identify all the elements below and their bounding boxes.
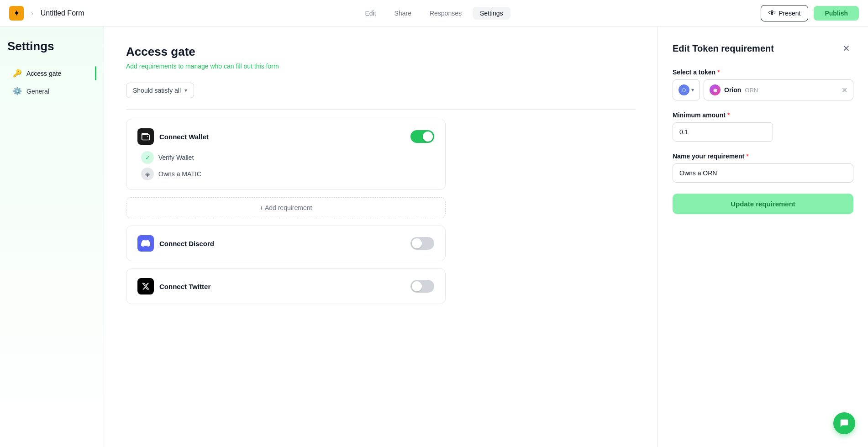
add-requirement-button[interactable]: + Add requirement <box>126 197 446 218</box>
page-title: Access gate <box>126 45 636 59</box>
add-requirement-label: + Add requirement <box>260 204 312 211</box>
required-star-amount: * <box>727 111 730 119</box>
owns-matic-label: Owns a MATIC <box>158 170 201 178</box>
connect-twitter-toggle[interactable] <box>410 280 434 293</box>
sidebar-item-access-gate-label: Access gate <box>26 70 61 77</box>
satisfy-dropdown[interactable]: Should satisfy all ▾ <box>126 83 194 98</box>
twitter-icon <box>137 278 154 294</box>
toggle-knob-twitter <box>412 281 422 291</box>
token-name: Orion <box>724 86 741 94</box>
toggle-knob <box>423 131 433 142</box>
connect-discord-label: Connect Discord <box>159 240 214 247</box>
connect-wallet-left: Connect Wallet <box>137 128 209 145</box>
token-clear-button[interactable]: ✕ <box>842 86 847 95</box>
tab-share[interactable]: Share <box>387 7 419 20</box>
connect-wallet-label: Connect Wallet <box>159 133 209 141</box>
token-selected[interactable]: ◉ Orion ORN ✕ <box>704 79 853 100</box>
chevron-down-icon: ▾ <box>184 87 187 94</box>
minimum-amount-label: Minimum amount * <box>673 111 853 119</box>
token-symbol: ORN <box>745 87 758 94</box>
connect-wallet-toggle[interactable] <box>410 130 434 143</box>
section-divider <box>126 109 636 110</box>
select-token-section: Select a token * ⬡ ▾ ◉ Orion ORN ✕ <box>673 68 853 100</box>
name-requirement-label: Name your requirement * <box>673 153 853 160</box>
discord-icon <box>137 235 154 252</box>
main-layout: Settings 🔑 Access gate ⚙️ General Access… <box>0 26 868 447</box>
connect-discord-section: Connect Discord <box>126 226 446 261</box>
panel-title: Edit Token requirement <box>673 43 774 54</box>
required-star: * <box>717 68 720 76</box>
connect-twitter-label: Connect Twitter <box>159 283 210 290</box>
connect-discord-toggle[interactable] <box>410 237 434 250</box>
connect-discord-left: Connect Discord <box>137 235 214 252</box>
owns-matic-item: ◈ Owns a MATIC <box>141 168 434 180</box>
eye-icon: 👁 <box>768 9 776 17</box>
tab-edit[interactable]: Edit <box>358 7 383 20</box>
present-button[interactable]: 👁 Present <box>761 5 808 21</box>
panel-header: Edit Token requirement ✕ <box>673 41 853 56</box>
satisfy-label: Should satisfy all <box>133 87 181 94</box>
topnav-actions: 👁 Present Publish <box>761 5 859 21</box>
matic-coin-icon: ◈ <box>141 168 154 180</box>
toggle-knob-discord <box>412 238 422 248</box>
minimum-amount-input[interactable] <box>673 123 773 141</box>
connect-twitter-section: Connect Twitter <box>126 268 446 304</box>
name-requirement-input[interactable] <box>673 163 853 183</box>
tab-settings[interactable]: Settings <box>473 7 510 20</box>
chevron-down-chain: ▾ <box>691 87 694 93</box>
select-token-label: Select a token * <box>673 68 853 76</box>
eth-logo: ⬡ <box>679 84 689 95</box>
breadcrumb-chevron: › <box>31 10 33 17</box>
connect-twitter-left: Connect Twitter <box>137 278 210 294</box>
sidebar: Settings 🔑 Access gate ⚙️ General <box>0 26 104 447</box>
sidebar-item-general-label: General <box>26 88 49 95</box>
gear-icon: ⚙️ <box>13 87 22 95</box>
sidebar-title: Settings <box>7 39 96 53</box>
key-icon: 🔑 <box>13 69 22 78</box>
wallet-sub-items: ✓ Verify Wallet ◈ Owns a MATIC <box>137 151 434 180</box>
sidebar-item-general[interactable]: ⚙️ General <box>7 82 96 100</box>
connect-discord-row: Connect Discord <box>137 235 434 252</box>
svg-rect-0 <box>142 135 150 140</box>
connect-wallet-row: Connect Wallet <box>137 128 434 145</box>
token-selector-row: ⬡ ▾ ◉ Orion ORN ✕ <box>673 79 853 100</box>
close-button[interactable]: ✕ <box>839 41 853 56</box>
sidebar-item-access-gate[interactable]: 🔑 Access gate <box>7 64 96 82</box>
wallet-icon <box>137 128 154 145</box>
verify-wallet-label: Verify Wallet <box>158 154 194 161</box>
page-subtitle: Add requirements to manage who can fill … <box>126 63 636 70</box>
orion-logo: ◉ <box>710 84 721 95</box>
check-icon: ✓ <box>141 151 154 164</box>
name-requirement-section: Name your requirement * <box>673 153 853 183</box>
right-panel: Edit Token requirement ✕ Select a token … <box>658 26 868 447</box>
form-title: Untitled Form <box>41 9 84 17</box>
connect-twitter-row: Connect Twitter <box>137 278 434 294</box>
nav-tabs: Edit Share Responses Settings <box>358 7 510 20</box>
app-logo: ✦ <box>9 6 24 21</box>
topnav: ✦ › Untitled Form Edit Share Responses S… <box>0 0 868 26</box>
content-area: Access gate Add requirements to manage w… <box>104 26 658 447</box>
update-requirement-button[interactable]: Update requirement <box>673 194 853 214</box>
required-star-name: * <box>746 153 748 160</box>
chat-fab-button[interactable] <box>833 412 855 434</box>
tab-responses[interactable]: Responses <box>422 7 469 20</box>
verify-wallet-item: ✓ Verify Wallet <box>141 151 434 164</box>
chain-select[interactable]: ⬡ ▾ <box>673 79 700 100</box>
publish-button[interactable]: Publish <box>814 6 859 21</box>
present-label: Present <box>779 10 800 17</box>
minimum-amount-section: Minimum amount * <box>673 111 853 142</box>
connect-wallet-section: Connect Wallet ✓ Verify Wallet ◈ Owns a … <box>126 119 446 190</box>
amount-input-wrap <box>673 122 773 142</box>
